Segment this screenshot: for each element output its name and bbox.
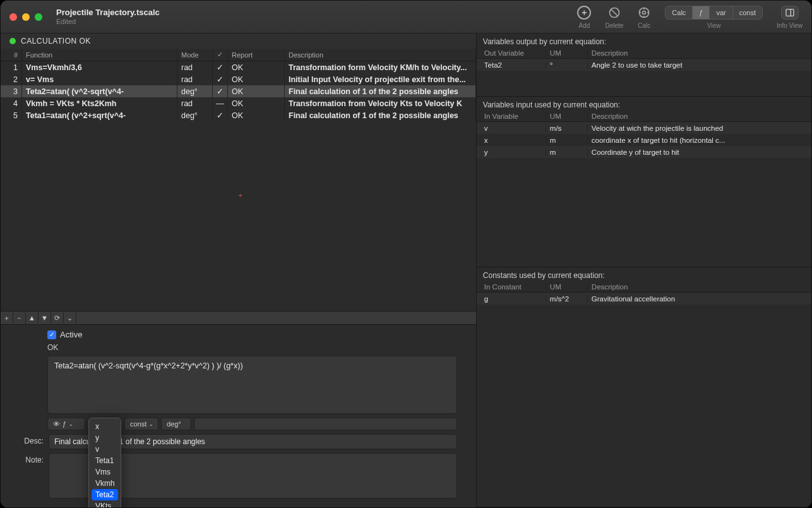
col-out-variable[interactable]: Out Variable <box>479 49 546 57</box>
active-label: Active <box>60 330 82 339</box>
insert-function-dropdown[interactable]: 👁 ƒ ⌄ <box>47 418 85 430</box>
delete-label: Delete <box>605 22 623 29</box>
toolbar: + Add Delete Calc <box>577 4 803 29</box>
seg-calc[interactable]: Calc <box>666 6 693 19</box>
angle-unit-dropdown[interactable]: deg° <box>161 418 191 430</box>
add-row-button[interactable]: ＋ <box>1 312 13 324</box>
dropdown-item[interactable]: VKts <box>89 500 121 508</box>
equation-table: # Function Mode ✓ Report Description 1 V… <box>1 49 476 311</box>
seg-fn[interactable]: ƒ <box>693 6 710 19</box>
eye-icon: 👁 <box>53 420 60 428</box>
calculation-status-bar: CALCULATION OK <box>1 33 476 49</box>
table-row[interactable]: 2 v= Vms rad ✓ OK Initial Input Velocity… <box>1 73 476 85</box>
col-report[interactable]: Report <box>228 49 285 61</box>
insert-blank-field[interactable] <box>194 418 457 430</box>
window-subtitle: Edited <box>56 18 160 26</box>
output-vars-header: Out Variable UM Description <box>477 47 811 59</box>
col-mode[interactable]: Mode <box>177 49 213 61</box>
dropdown-item[interactable]: v <box>89 444 121 455</box>
note-row: Note: <box>20 453 457 499</box>
dropdown-item[interactable]: Vkmh <box>89 478 121 489</box>
dropdown-item[interactable]: y <box>89 432 121 444</box>
output-vars-block: Variables output by current equation: Ou… <box>477 33 811 97</box>
close-window-button[interactable] <box>9 13 17 21</box>
dropdown-item[interactable]: Teta2 <box>92 489 118 500</box>
table-row[interactable]: 5 Teta1=atan( (v^2+sqrt(v^4- deg° ✓ OK F… <box>1 109 476 121</box>
dropdown-item[interactable]: Teta1 <box>89 455 121 466</box>
table-row[interactable]: v m/s Velocity at wich the projectile is… <box>477 122 811 134</box>
table-row[interactable]: y m Coordinate y of target to hit <box>477 146 811 158</box>
input-vars-title: Variables input used by current equation… <box>477 97 811 111</box>
col-check[interactable]: ✓ <box>213 49 228 61</box>
col-in-desc[interactable]: Description <box>588 112 809 120</box>
toolbar-info-view-group: Info View <box>777 4 803 29</box>
col-in-constant[interactable]: In Constant <box>479 283 546 291</box>
view-label: View <box>707 22 721 29</box>
col-num[interactable]: # <box>1 49 22 61</box>
formula-input[interactable]: Teta2=atan( (v^2-sqrt(v^4-g*(g*x^2+2*y*v… <box>47 356 457 414</box>
titlebar: Projectile Trajectory.tscalc Edited + Ad… <box>1 1 811 33</box>
svg-rect-8 <box>786 9 794 16</box>
desc-label: Desc: <box>20 434 44 445</box>
equation-table-header: # Function Mode ✓ Report Description <box>1 49 476 61</box>
variable-dropdown-menu[interactable]: xyvTeta1VmsVkmhTeta2VKts <box>88 418 121 508</box>
active-checkbox[interactable]: ✓ <box>47 330 56 339</box>
refresh-button[interactable]: ⟳ <box>51 312 64 324</box>
col-in-um[interactable]: UM <box>546 112 588 120</box>
col-const-um[interactable]: UM <box>546 283 588 291</box>
add-button[interactable]: + <box>577 6 591 20</box>
input-vars-header: In Variable UM Description <box>477 111 811 122</box>
insert-controls: 👁 ƒ ⌄ const ⌄ deg° xyvTeta1VmsVkmhTeta2V <box>47 418 457 430</box>
table-row[interactable]: 4 Vkmh = VKts * Kts2Kmh rad — OK Transfo… <box>1 97 476 109</box>
move-down-button[interactable]: ▼ <box>39 312 51 324</box>
minimize-window-button[interactable] <box>22 13 30 21</box>
input-vars-block: Variables input used by current equation… <box>477 97 811 267</box>
more-button[interactable]: ⌄ <box>64 312 76 324</box>
active-row: ✓ Active <box>20 330 457 339</box>
status-text: CALCULATION OK <box>21 37 91 45</box>
constants-header: In Constant UM Description <box>477 281 811 293</box>
chevron-down-icon: ⌄ <box>69 421 73 427</box>
insert-const-dropdown[interactable]: const ⌄ <box>124 418 158 430</box>
equation-table-body[interactable]: 1 Vms=Vkmh/3,6 rad ✓ OK Transformation f… <box>1 61 476 311</box>
seg-const[interactable]: const <box>733 6 762 19</box>
table-row[interactable]: x m coordinate x of target to hit (horiz… <box>477 134 811 146</box>
info-view-button[interactable] <box>781 6 799 20</box>
note-label: Note: <box>20 453 44 464</box>
left-panel: CALCULATION OK # Function Mode ✓ Report … <box>1 33 477 507</box>
right-panel: Variables output by current equation: Ou… <box>477 33 811 507</box>
dropdown-item[interactable]: Vms <box>89 466 121 478</box>
toolbar-add-group: + Add <box>577 4 591 29</box>
zoom-window-button[interactable] <box>35 13 42 21</box>
constants-block: Constants used by current equation: In C… <box>477 267 811 507</box>
input-vars-body[interactable]: v m/s Velocity at wich the projectile is… <box>477 122 811 267</box>
output-vars-body[interactable]: Teta2 ° Angle 2 to use to take target <box>477 59 811 97</box>
chevron-down-icon: ⌄ <box>149 421 153 427</box>
constants-title: Constants used by current equation: <box>477 267 811 281</box>
description-row: Desc: Final calculation of 1 of the 2 po… <box>20 434 457 449</box>
col-out-um[interactable]: UM <box>546 49 588 57</box>
app-window: Projectile Trajectory.tscalc Edited + Ad… <box>0 0 812 508</box>
col-out-desc[interactable]: Description <box>588 49 809 57</box>
seg-var[interactable]: var <box>710 6 732 19</box>
constants-body[interactable]: g m/s^2 Gravitational accelleration <box>477 293 811 507</box>
col-description[interactable]: Description <box>285 49 476 61</box>
table-row[interactable]: Teta2 ° Angle 2 to use to take target <box>477 59 811 71</box>
calc-button[interactable] <box>637 6 651 20</box>
table-row[interactable]: 3 Teta2=atan( (v^2-sqrt(v^4- deg° ✓ OK F… <box>1 85 476 97</box>
delete-button[interactable] <box>607 6 621 20</box>
angle-unit-label: deg° <box>167 420 181 428</box>
view-segmented-control[interactable]: Calc ƒ var const <box>665 6 763 20</box>
editor-status: OK <box>20 343 457 352</box>
col-function[interactable]: Function <box>22 49 177 61</box>
move-up-button[interactable]: ▲ <box>26 312 39 324</box>
svg-line-1 <box>611 9 618 16</box>
table-row[interactable]: 1 Vms=Vkmh/3,6 rad ✓ OK Transformation f… <box>1 61 476 73</box>
dropdown-item[interactable]: x <box>89 421 121 432</box>
col-in-variable[interactable]: In Variable <box>479 112 546 120</box>
remove-row-button[interactable]: － <box>13 312 26 324</box>
table-row[interactable]: g m/s^2 Gravitational accelleration <box>477 293 811 305</box>
svg-point-3 <box>643 11 646 15</box>
traffic-lights <box>9 13 42 21</box>
col-const-desc[interactable]: Description <box>588 283 809 291</box>
